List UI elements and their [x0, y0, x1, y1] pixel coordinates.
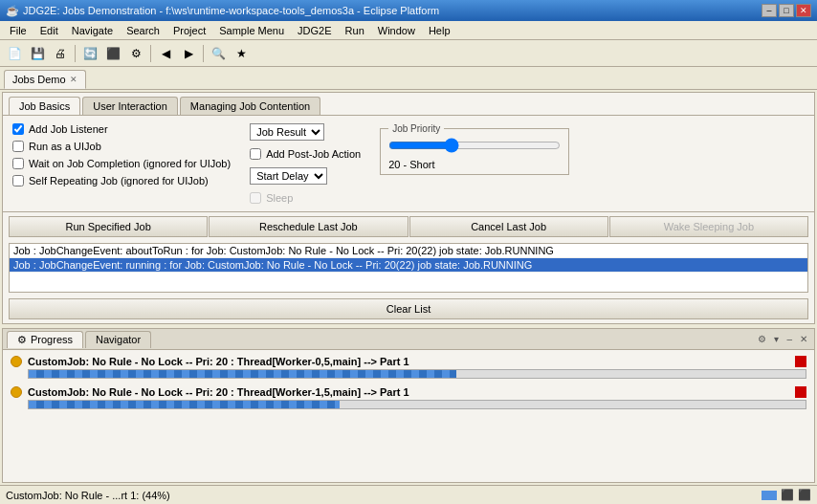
checkbox-wait-job-completion: Wait on Job Completion (ignored for UIJo…: [12, 158, 231, 169]
title-text: JDG2E: Jobs Demonstration - f:\ws\runtim…: [23, 5, 439, 16]
cancel-last-job-button[interactable]: Cancel Last Job: [409, 216, 608, 237]
clear-btn-row: Clear List: [3, 295, 814, 323]
toolbar-sep-3: [203, 45, 204, 62]
back-button[interactable]: ◀: [155, 43, 176, 64]
menu-run[interactable]: Run: [340, 24, 370, 37]
wait-job-completion-checkbox[interactable]: [12, 158, 24, 169]
menu-file[interactable]: File: [4, 24, 33, 37]
toolbar: 📄 💾 🖨 🔄 ⬛ ⚙ ◀ ▶ 🔍 ★: [0, 40, 817, 67]
inner-tab-bar: Job Basics User Interaction Managing Job…: [3, 93, 814, 116]
progress-menu-button[interactable]: ▾: [771, 333, 782, 345]
progress-item-1-bar: [29, 401, 340, 408]
log-entry-0[interactable]: Job : JobChangeEvent: aboutToRun : for J…: [10, 244, 807, 258]
forward-button[interactable]: ▶: [178, 43, 199, 64]
controls-center: Job Result Option 2 Add Post-Job Action …: [250, 123, 361, 204]
progress-item-1-header: CustomJob: No Rule - No Lock -- Pri: 20 …: [11, 386, 806, 398]
progress-item-0-bar: [29, 370, 456, 378]
menu-navigate[interactable]: Navigate: [66, 24, 119, 37]
clear-list-button[interactable]: Clear List: [9, 298, 808, 319]
run-specified-job-button[interactable]: Run Specified Job: [9, 216, 208, 237]
status-text: CustomJob: No Rule - ...rt 1: (44%): [6, 490, 170, 501]
sleep-checkbox[interactable]: [250, 192, 261, 204]
save-button[interactable]: 💾: [27, 43, 48, 64]
stop-button[interactable]: ⬛: [102, 43, 123, 64]
sleep-label: Sleep: [266, 192, 293, 204]
log-area: Job : JobChangeEvent: aboutToRun : for J…: [9, 243, 808, 293]
progress-minimize-button[interactable]: –: [784, 333, 795, 345]
progress-item-1-icon: [11, 386, 22, 398]
refresh-button[interactable]: 🔄: [79, 43, 100, 64]
tab-user-interaction[interactable]: User Interaction: [82, 97, 178, 115]
progress-tab-progress[interactable]: ⚙ Progress: [7, 331, 83, 348]
progress-item-0-header: CustomJob: No Rule - No Lock -- Pri: 20 …: [11, 356, 806, 367]
start-delay-row: Start Delay Option 2: [250, 167, 361, 185]
menu-window[interactable]: Window: [372, 24, 421, 37]
progress-tab-controls: ⚙ ▾ – ✕: [755, 333, 810, 345]
add-job-listener-checkbox[interactable]: [12, 123, 24, 135]
menu-jdg2e[interactable]: JDG2E: [292, 24, 337, 37]
progress-tabs: ⚙ Progress Navigator: [7, 331, 153, 348]
checkbox-self-repeating: Self Repeating Job (ignored for UIJob): [12, 175, 231, 186]
toolbar-sep-2: [150, 45, 151, 62]
new-button[interactable]: 📄: [4, 43, 25, 64]
status-progress-indicator: [762, 491, 777, 500]
app-icon: ☕: [6, 5, 19, 17]
jobs-demo-tab[interactable]: Jobs Demo ✕: [4, 70, 86, 89]
menu-help[interactable]: Help: [423, 24, 456, 37]
progress-item-0: CustomJob: No Rule - No Lock -- Pri: 20 …: [11, 356, 806, 379]
add-job-listener-label: Add Job Listener: [29, 123, 108, 135]
maximize-button[interactable]: □: [779, 4, 794, 17]
progress-item-0-stop[interactable]: [795, 356, 806, 367]
menu-search[interactable]: Search: [121, 24, 166, 37]
run-as-uijob-checkbox[interactable]: [12, 141, 24, 152]
progress-close-button[interactable]: ✕: [797, 333, 810, 345]
controls-left: Add Job Listener Run as a UIJob Wait on …: [12, 123, 231, 186]
priority-slider[interactable]: [388, 138, 561, 153]
progress-icon: ⚙: [17, 334, 27, 346]
progress-item-1-label: CustomJob: No Rule - No Lock -- Pri: 20 …: [28, 386, 789, 398]
start-delay-select[interactable]: Start Delay Option 2: [250, 167, 327, 185]
status-icon-1: ⬛: [781, 489, 794, 501]
add-post-job-checkbox[interactable]: [250, 148, 261, 160]
progress-item-1-stop[interactable]: [795, 386, 806, 398]
action-buttons: Run Specified Job Reschedule Last Job Ca…: [3, 211, 814, 241]
log-entry-1[interactable]: Job : JobChangeEvent: running : for Job:…: [10, 258, 807, 273]
print-button[interactable]: 🖨: [50, 43, 71, 64]
wake-sleeping-job-button[interactable]: Wake Sleeping Job: [609, 216, 808, 237]
progress-items: CustomJob: No Rule - No Lock -- Pri: 20 …: [3, 350, 814, 415]
bookmark-button[interactable]: ★: [231, 43, 252, 64]
progress-tab-bar: ⚙ Progress Navigator ⚙ ▾ – ✕: [3, 329, 814, 350]
close-button[interactable]: ✕: [796, 4, 811, 17]
priority-value: 20 - Short: [388, 159, 561, 170]
progress-item-0-label: CustomJob: No Rule - No Lock -- Pri: 20 …: [28, 356, 789, 367]
title-bar: ☕ JDG2E: Jobs Demonstration - f:\ws\runt…: [0, 0, 817, 21]
progress-settings-button[interactable]: ⚙: [755, 333, 769, 345]
settings-button[interactable]: ⚙: [125, 43, 146, 64]
wait-job-completion-label: Wait on Job Completion (ignored for UIJo…: [29, 158, 231, 169]
menu-bar: File Edit Navigate Search Project Sample…: [0, 21, 817, 40]
jobs-demo-tab-close[interactable]: ✕: [70, 75, 77, 84]
self-repeating-label: Self Repeating Job (ignored for UIJob): [29, 175, 209, 186]
reschedule-last-job-button[interactable]: Reschedule Last Job: [209, 216, 408, 237]
menu-project[interactable]: Project: [167, 24, 211, 37]
tab-managing-job-contention[interactable]: Managing Job Contention: [180, 97, 320, 115]
menu-sample[interactable]: Sample Menu: [213, 24, 290, 37]
menu-edit[interactable]: Edit: [34, 24, 64, 37]
checkbox-sleep: Sleep: [250, 192, 361, 204]
progress-tab-navigator[interactable]: Navigator: [85, 331, 151, 348]
self-repeating-checkbox[interactable]: [12, 175, 24, 186]
outer-tab-bar: Jobs Demo ✕: [0, 67, 817, 90]
checkbox-add-job-listener: Add Job Listener: [12, 123, 231, 135]
tab-job-basics[interactable]: Job Basics: [9, 97, 80, 115]
status-right: ⬛ ⬛: [762, 489, 811, 501]
progress-item-1-bar-container: [28, 400, 806, 409]
checkbox-add-post-job: Add Post-Job Action: [250, 148, 361, 160]
controls-area: Add Job Listener Run as a UIJob Wait on …: [3, 116, 814, 211]
job-result-row: Job Result Option 2: [250, 123, 361, 141]
job-result-select[interactable]: Job Result Option 2: [250, 123, 324, 141]
status-icon-2: ⬛: [798, 489, 811, 501]
search-button[interactable]: 🔍: [208, 43, 229, 64]
minimize-button[interactable]: –: [762, 4, 777, 17]
progress-panel: ⚙ Progress Navigator ⚙ ▾ – ✕ CustomJob:: [2, 328, 815, 483]
status-bar: CustomJob: No Rule - ...rt 1: (44%) ⬛ ⬛: [0, 485, 817, 504]
